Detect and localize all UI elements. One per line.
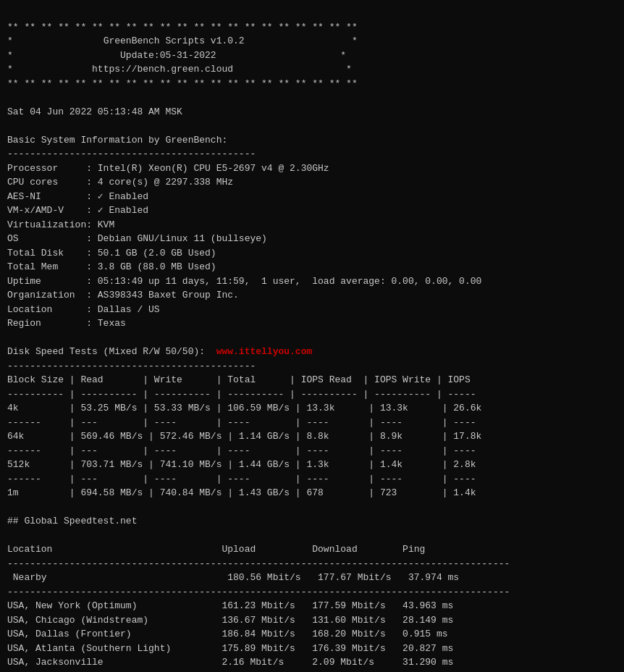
app-url: https://bench.green.cloud [92,64,233,75]
disk-table-header: Block Size | Read | Write | Total | IOPS… [7,374,471,385]
disk-row-64k: 64k | 569.46 MB/s | 572.46 MB/s | 1.14 G… [7,431,481,442]
aes-value: : ✓ Enabled [86,191,148,202]
virt-label: Virtualization [7,219,86,230]
virt-value: : KVM [86,219,114,230]
speedtest-header-sep: ----------------------------------------… [7,558,510,569]
uptime-row: Uptime : 05:13:49 up 11 days, 11:59, 1 u… [7,276,481,287]
location-label: Location [7,304,86,315]
header-star-right2: * [340,50,346,61]
app-update: Update:05-31-2022 [120,50,216,61]
disk-label: Total Disk [7,248,86,259]
app-title: GreenBench Scripts v1.0.2 [104,35,245,46]
mem-value: : 3.8 GB (88.0 MB Used) [86,261,216,272]
disk-row: Total Disk : 50.1 GB (2.0 GB Used) [7,248,216,259]
vm-row: VM-x/AMD-V : ✓ Enabled [7,205,148,216]
processor-row: Processor : Intel(R) Xeon(R) CPU E5-2697… [7,163,329,174]
disk-row-512k: 512k | 703.71 MB/s | 741.10 MB/s | 1.44 … [7,459,476,470]
os-label: OS [7,233,86,244]
disk-row-64k-sep: ------ | --- | ---- | ---- | ---- | ----… [7,445,476,456]
speedtest-atlanta: USA, Atlanta (Southern Light) 175.89 Mbi… [7,643,453,654]
speedtest-chicago: USA, Chicago (Windstream) 136.67 Mbit/s … [7,615,453,626]
aes-row: AES-NI : ✓ Enabled [7,191,148,202]
processor-label: Processor [7,163,86,174]
header-star-right: * [352,35,358,46]
aes-label: AES-NI [7,191,86,202]
disk-speed-title: Disk Speed Tests (Mixed R/W 50/50): www.… [7,346,312,357]
speedtest-header-row: Location Upload Download Ping [7,544,425,555]
disk-value: : 50.1 GB (2.0 GB Used) [86,248,216,259]
header-star-left: * [7,35,13,46]
uptime-label: Uptime [7,276,86,287]
os-value: : Debian GNU/Linux 11 (bullseye) [86,233,267,244]
speedtest-newyork: USA, New York (Optimum) 161.23 Mbit/s 17… [7,600,453,611]
speedtest-title: ## Global Speedtest.net [7,516,137,526]
cpu-cores-value: : 4 core(s) @ 2297.338 MHz [86,177,233,188]
org-label: Organization [7,290,86,301]
speedtest-nearby-row: Nearby 180.56 Mbit/s 177.67 Mbit/s 37.97… [7,572,459,583]
header-star-left3: * [7,64,13,75]
mem-label: Total Mem [7,261,86,272]
disk-speed-sep: ----------------------------------------… [7,361,256,371]
region-label: Region [7,318,86,329]
uptime-value: : 05:13:49 up 11 days, 11:59, 1 user, lo… [86,276,481,287]
speedtest-dallas: USA, Dallas (Frontier) 186.84 Mbit/s 168… [7,629,448,639]
cpu-cores-label: CPU cores [7,177,86,188]
disk-row-512k-sep: ------ | --- | ---- | ---- | ---- | ----… [7,474,476,484]
datetime: Sat 04 Jun 2022 05:13:48 AM MSK [7,106,182,117]
terminal-output: ** ** ** ** ** ** ** ** ** ** ** ** ** *… [7,6,617,672]
separator1: ----------------------------------------… [7,148,256,159]
disk-row-4k-sep: ------ | --- | ---- | ---- | ---- | ----… [7,417,476,428]
processor-value: : Intel(R) Xeon(R) CPU E5-2697 v4 @ 2.30… [86,163,329,174]
region-value: : Texas [86,318,126,329]
speedtest-jacksonville: USA, Jacksonville 2.16 Mbit/s 2.09 Mbit/… [7,657,453,668]
location-row: Location : Dallas / US [7,304,160,315]
vm-value: : ✓ Enabled [86,205,148,216]
watermark: www.ittellyou.com [216,346,313,357]
section-title: Basic System Information by GreenBench: [7,135,227,146]
header-stars-top: ** ** ** ** ** ** ** ** ** ** ** ** ** *… [7,22,358,33]
header-star-left2: * [7,50,13,61]
org-row: Organization : AS398343 Baxet Group Inc. [7,290,239,301]
location-value: : Dallas / US [86,304,159,315]
org-value: : AS398343 Baxet Group Inc. [86,290,239,301]
header-stars-bottom: ** ** ** ** ** ** ** ** ** ** ** ** ** *… [7,78,358,89]
disk-row-4k: 4k | 53.25 MB/s | 53.33 MB/s | 106.59 MB… [7,403,481,413]
vm-label: VM-x/AMD-V [7,205,86,216]
virt-row: Virtualization: KVM [7,219,114,230]
header-star-right3: * [346,64,352,75]
disk-table-header-sep: ---------- | ---------- | ---------- | -… [7,389,476,400]
mem-row: Total Mem : 3.8 GB (88.0 MB Used) [7,261,216,272]
cpu-cores-row: CPU cores : 4 core(s) @ 2297.338 MHz [7,177,233,188]
os-row: OS : Debian GNU/Linux 11 (bullseye) [7,233,267,244]
disk-row-1m: 1m | 694.58 MB/s | 740.84 MB/s | 1.43 GB… [7,487,476,498]
speedtest-sep2: ----------------------------------------… [7,587,510,597]
region-row: Region : Texas [7,318,126,329]
